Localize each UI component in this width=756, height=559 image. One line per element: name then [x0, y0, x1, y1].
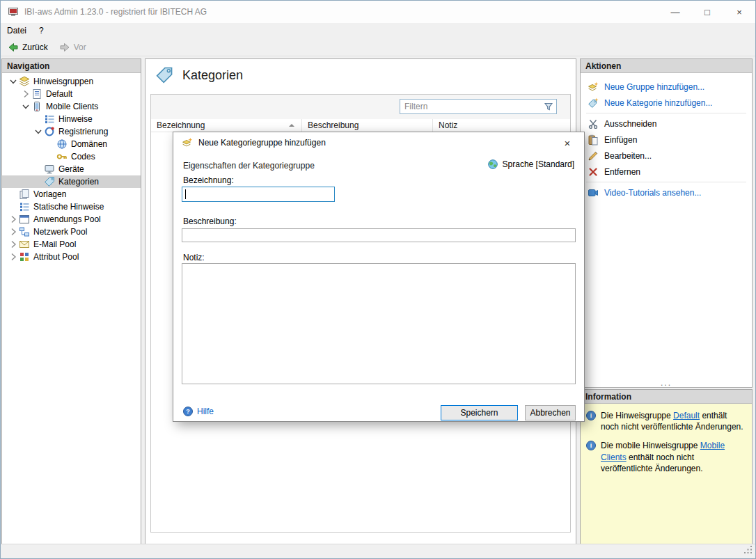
page-title: Kategorien	[182, 68, 243, 83]
notiz-label: Notiz:	[183, 253, 205, 262]
page-title-row: Kategorien	[155, 66, 243, 84]
chevron-collapsed-icon[interactable]	[8, 251, 19, 262]
tree-item-email-pool[interactable]: E-Mail Pool	[2, 238, 141, 251]
action-label: Bearbeiten...	[604, 151, 652, 161]
tree-item-default[interactable]: Default	[2, 88, 141, 100]
dialog-section-heading: Eigenschaften der Kategoriegruppe	[183, 161, 315, 171]
beschreibung-field[interactable]	[182, 228, 576, 242]
bezeichnung-field[interactable]	[182, 187, 335, 202]
cancel-button[interactable]: Abbrechen	[525, 405, 576, 420]
language-selector-label: Sprache [Standard]	[503, 159, 574, 169]
chevron-collapsed-icon[interactable]	[8, 214, 19, 225]
chevron-expanded-icon[interactable]	[8, 76, 19, 87]
tree-item-geraete[interactable]: Geräte	[2, 163, 141, 175]
tree-item-label: Codes	[71, 152, 95, 162]
action-new-category[interactable]: Neue Kategorie hinzufügen...	[581, 95, 752, 111]
codes-key-icon	[56, 151, 68, 162]
column-label: Notiz	[439, 120, 457, 130]
tree-item-codes[interactable]: Codes	[2, 150, 141, 163]
tree-item-label: Default	[46, 89, 72, 99]
tree-item-label: E-Mail Pool	[33, 239, 76, 249]
new-category-group-dialog: Neue Kategoriegruppe hinzufügen × Eigens…	[173, 132, 585, 422]
info-message-text: Die Hinweisgruppe Default enthält noch n…	[601, 410, 746, 432]
tree-item-label: Vorlagen	[33, 189, 66, 199]
tree-item-statische-hinweise[interactable]: Statische Hinweise	[2, 200, 141, 213]
action-paste[interactable]: Einfügen	[581, 132, 752, 148]
status-bar	[1, 544, 755, 558]
tree-item-hinweise[interactable]: Hinweise	[2, 113, 141, 125]
info-text: Die Hinweisgruppe	[601, 411, 673, 420]
tree-item-attribut-pool[interactable]: Attribut Pool	[2, 251, 141, 263]
back-button[interactable]: Zurück	[3, 40, 52, 54]
chevron-collapsed-icon[interactable]	[8, 226, 19, 237]
tree-item-hinweisgruppen[interactable]: Hinweisgruppen	[2, 75, 141, 88]
action-label: Neue Kategorie hinzufügen...	[604, 98, 712, 108]
tree-item-kategorien[interactable]: Kategorien	[2, 175, 141, 188]
navigation-tree: Hinweisgruppen Default Mobile Clients Hi…	[2, 73, 141, 263]
language-globe-icon	[487, 159, 498, 170]
static-hints-icon	[19, 201, 30, 212]
beschreibung-label: Beschreibung:	[183, 216, 237, 226]
attribute-pool-icon	[19, 251, 30, 262]
notiz-field[interactable]	[182, 263, 576, 384]
minimize-button[interactable]: —	[659, 1, 691, 23]
column-header-notiz[interactable]: Notiz	[433, 119, 570, 132]
forward-button[interactable]: Vor	[55, 40, 90, 54]
info-message: i Die Hinweisgruppe Default enthält noch…	[586, 410, 746, 432]
info-link-default[interactable]: Default	[673, 411, 700, 420]
help-icon: ?	[183, 407, 193, 416]
chevron-collapsed-icon[interactable]	[20, 88, 31, 100]
navigation-panel: Navigation Hinweisgruppen Default Mobile…	[1, 58, 141, 544]
column-label: Beschreibung	[308, 120, 359, 130]
menu-item-datei[interactable]: Datei	[1, 23, 33, 38]
navigation-panel-header: Navigation	[2, 59, 141, 73]
tree-item-label: Registrierung	[58, 127, 108, 136]
window-controls: — □ ×	[659, 1, 755, 23]
tree-item-mobile-clients[interactable]: Mobile Clients	[2, 100, 141, 113]
close-button[interactable]: ×	[723, 1, 755, 23]
categories-tag-icon	[44, 176, 55, 187]
chevron-collapsed-icon[interactable]	[8, 239, 19, 250]
column-header-beschreibung[interactable]: Beschreibung	[302, 119, 433, 132]
action-new-group[interactable]: Neue Gruppe hinzufügen...	[581, 79, 752, 95]
information-panel-header: Information	[581, 390, 752, 404]
action-video-tutorials[interactable]: Video-Tutorials ansehen...	[581, 184, 752, 200]
tree-item-label: Statische Hinweise	[33, 202, 104, 212]
hints-list-icon	[44, 113, 55, 125]
chevron-expanded-icon[interactable]	[20, 101, 31, 112]
tree-item-label: Netzwerk Pool	[33, 227, 87, 237]
menu-item-help[interactable]: ?	[33, 23, 50, 38]
video-tutorials-icon	[588, 187, 599, 198]
resize-grip[interactable]	[745, 547, 754, 556]
forward-arrow-icon	[59, 42, 70, 53]
info-message: i Die mobile Hinweisgruppe Mobile Client…	[586, 440, 746, 474]
action-label: Video-Tutorials ansehen...	[604, 188, 701, 198]
action-label: Einfügen	[604, 135, 637, 145]
language-selector[interactable]: Sprache [Standard]	[487, 159, 574, 170]
save-button[interactable]: Speichern	[441, 405, 518, 420]
chevron-spacer	[33, 164, 44, 175]
column-header-bezeichnung[interactable]: Bezeichnung	[151, 119, 302, 132]
tree-item-vorlagen[interactable]: Vorlagen	[2, 188, 141, 200]
action-edit[interactable]: Bearbeiten...	[581, 148, 752, 164]
tree-item-label: Attribut Pool	[33, 252, 79, 262]
filter-funnel-icon[interactable]	[541, 101, 556, 112]
action-remove[interactable]: Entfernen	[581, 164, 752, 180]
action-cut[interactable]: Ausschneiden	[581, 116, 752, 132]
help-link[interactable]: ? Hilfe	[183, 406, 214, 416]
help-link-label: Hilfe	[197, 407, 214, 416]
list-toolbar	[151, 95, 570, 119]
tree-item-registrierung[interactable]: Registrierung	[2, 125, 141, 138]
actions-overflow-indicator[interactable]: ...	[581, 379, 752, 387]
filter-input[interactable]	[400, 102, 541, 111]
text-caret	[185, 189, 186, 199]
information-panel: Information i Die Hinweisgruppe Default …	[580, 389, 753, 544]
actions-separator	[586, 182, 746, 182]
tree-item-anwendungs-pool[interactable]: Anwendungs Pool	[2, 213, 141, 226]
maximize-button[interactable]: □	[691, 1, 723, 23]
dialog-close-icon[interactable]: ×	[559, 134, 576, 151]
tree-item-netzwerk-pool[interactable]: Netzwerk Pool	[2, 226, 141, 238]
hint-groups-icon	[19, 76, 30, 87]
tree-item-domaenen[interactable]: Domänen	[2, 138, 141, 150]
chevron-expanded-icon[interactable]	[33, 126, 44, 137]
